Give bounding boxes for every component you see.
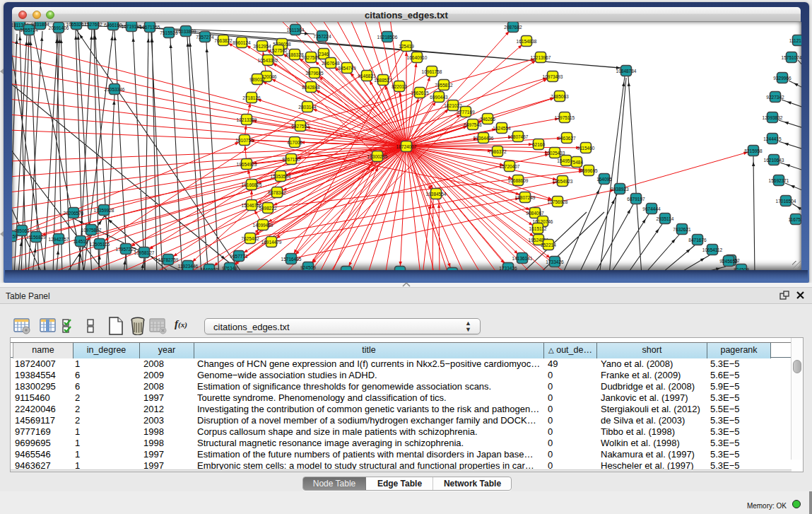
svg-text:8471676: 8471676: [688, 238, 707, 243]
svg-text:62160: 62160: [532, 142, 545, 147]
svg-text:8242848: 8242848: [302, 85, 320, 90]
svg-text:924509: 924509: [734, 267, 749, 271]
svg-text:10543392: 10543392: [258, 58, 278, 63]
svg-text:10958127: 10958127: [134, 250, 155, 255]
svg-text:19384554: 19384554: [426, 192, 447, 197]
svg-text:116753: 116753: [788, 217, 801, 222]
svg-text:14099489: 14099489: [253, 223, 273, 228]
svg-text:2346: 2346: [319, 52, 329, 57]
svg-text:10654112: 10654112: [702, 247, 723, 252]
svg-text:12213967: 12213967: [531, 55, 551, 60]
svg-text:9031804: 9031804: [31, 22, 49, 27]
svg-text:12093832: 12093832: [763, 115, 783, 120]
svg-text:1112185: 1112185: [789, 38, 801, 43]
svg-text:9699695: 9699695: [579, 168, 598, 173]
svg-text:114519: 114519: [73, 239, 88, 244]
svg-text:6427552: 6427552: [291, 124, 310, 129]
svg-text:19654923: 19654923: [553, 179, 573, 184]
svg-text:16782759: 16782759: [158, 257, 179, 262]
svg-text:16671355: 16671355: [140, 25, 160, 30]
svg-text:10756928: 10756928: [548, 199, 568, 204]
svg-text:10975887: 10975887: [81, 228, 102, 233]
svg-text:9329966: 9329966: [773, 76, 792, 81]
svg-text:12975115: 12975115: [555, 115, 575, 120]
svg-text:9674444: 9674444: [642, 206, 661, 211]
svg-text:989012: 989012: [249, 77, 265, 82]
svg-text:2087682: 2087682: [504, 25, 522, 30]
svg-text:16640910: 16640910: [407, 55, 428, 60]
svg-text:9463627: 9463627: [558, 136, 576, 141]
svg-text:10807467: 10807467: [508, 134, 529, 139]
svg-text:8215958: 8215958: [744, 148, 763, 153]
svg-text:976348: 976348: [222, 266, 237, 271]
svg-text:1562615: 1562615: [411, 90, 429, 95]
svg-text:10688609: 10688609: [508, 178, 529, 183]
svg-text:1615112: 1615112: [529, 226, 547, 231]
svg-text:8267150: 8267150: [282, 157, 300, 162]
svg-text:18724007: 18724007: [396, 144, 417, 149]
svg-text:7663822: 7663822: [214, 38, 233, 43]
svg-text:15353594: 15353594: [271, 174, 291, 179]
svg-text:75484: 75484: [570, 160, 583, 165]
svg-text:3879685: 3879685: [305, 71, 324, 76]
svg-text:17359928: 17359928: [94, 208, 114, 213]
svg-text:12213389: 12213389: [237, 117, 257, 122]
svg-text:6990443: 6990443: [430, 95, 448, 100]
svg-text:9327501: 9327501: [302, 55, 320, 60]
svg-text:17016504: 17016504: [776, 199, 796, 204]
svg-text:21364436: 21364436: [473, 136, 494, 141]
svg-text:15692371: 15692371: [769, 178, 789, 183]
svg-text:15716485: 15716485: [281, 257, 302, 262]
svg-text:1010755: 1010755: [235, 138, 254, 143]
svg-text:16210643: 16210643: [764, 158, 784, 163]
svg-text:19218506: 19218506: [377, 35, 398, 40]
svg-text:10961758: 10961758: [422, 69, 442, 74]
svg-text:1624554: 1624554: [493, 126, 511, 131]
svg-text:2718126: 2718126: [242, 95, 261, 100]
svg-text:19166825: 19166825: [242, 182, 262, 187]
svg-text:15751074: 15751074: [782, 55, 801, 60]
svg-text:417006: 417006: [287, 140, 302, 145]
svg-text:16033809: 16033809: [176, 29, 196, 34]
svg-text:5498222: 5498222: [259, 206, 277, 211]
svg-text:2935114: 2935114: [657, 216, 674, 221]
svg-text:20206576: 20206576: [64, 211, 84, 216]
svg-text:7625402: 7625402: [241, 236, 259, 241]
svg-text:1611304: 1611304: [287, 28, 305, 33]
svg-text:12505115: 12505115: [90, 242, 110, 247]
svg-text:1046902: 1046902: [200, 267, 218, 271]
svg-text:10719185: 10719185: [122, 24, 142, 29]
svg-text:822013: 822013: [392, 84, 407, 89]
svg-text:16154838: 16154838: [517, 39, 537, 44]
svg-text:125419: 125419: [399, 44, 414, 49]
svg-text:12942757: 12942757: [49, 237, 69, 242]
svg-text:1244415: 1244415: [763, 136, 782, 141]
svg-text:6466160: 6466160: [104, 23, 122, 28]
svg-text:8960124: 8960124: [233, 40, 251, 45]
svg-text:11923446: 11923446: [178, 264, 199, 269]
svg-text:6879197: 6879197: [627, 197, 645, 201]
svg-text:746266: 746266: [480, 117, 495, 122]
svg-text:2803144: 2803144: [298, 105, 317, 110]
svg-text:7357274: 7357274: [196, 35, 214, 40]
svg-text:1527502: 1527502: [269, 48, 288, 53]
svg-text:3912954: 3912954: [253, 44, 271, 49]
svg-text:924509: 924509: [300, 265, 316, 270]
svg-text:9115460: 9115460: [577, 146, 595, 151]
svg-text:8938923: 8938923: [611, 187, 629, 192]
svg-text:8186328: 8186328: [286, 52, 304, 57]
svg-text:16914479: 16914479: [261, 240, 282, 245]
svg-text:11156829: 11156829: [26, 235, 46, 240]
svg-text:7632621: 7632621: [673, 227, 691, 232]
svg-text:8454749: 8454749: [338, 66, 356, 71]
svg-text:9245652: 9245652: [719, 259, 738, 264]
svg-text:1588527: 1588527: [374, 78, 392, 83]
svg-text:7955812: 7955812: [435, 83, 453, 88]
svg-text:39159: 39159: [12, 234, 18, 239]
svg-text:164095: 164095: [596, 177, 612, 182]
svg-text:2967648: 2967648: [322, 61, 340, 66]
svg-text:10973493: 10973493: [543, 74, 563, 79]
svg-text:175346: 175346: [339, 269, 354, 271]
svg-text:9777169: 9777169: [457, 110, 475, 115]
svg-text:1733426: 1733426: [499, 266, 517, 271]
